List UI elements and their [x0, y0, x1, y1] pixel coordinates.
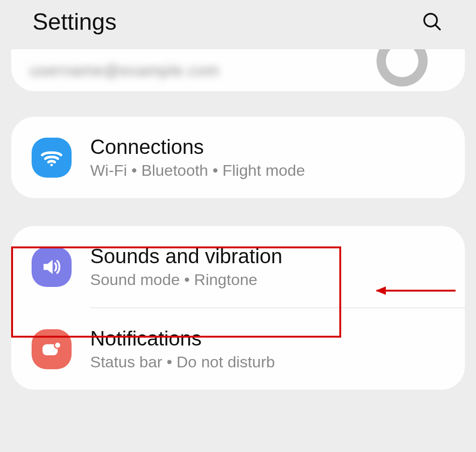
- wifi-icon: [32, 138, 72, 178]
- settings-content: username@example.com Connections Wi-Fi •…: [0, 49, 476, 390]
- sounds-title: Sounds and vibration: [90, 245, 282, 268]
- settings-item-notifications[interactable]: Notifications Status bar • Do not distur…: [11, 308, 465, 390]
- search-icon: [422, 12, 443, 32]
- svg-point-2: [50, 164, 53, 166]
- notifications-text: Notifications Status bar • Do not distur…: [90, 327, 275, 371]
- connections-subtitle: Wi-Fi • Bluetooth • Flight mode: [90, 161, 305, 179]
- sounds-notifications-card: Sounds and vibration Sound mode • Ringto…: [11, 226, 465, 390]
- annotation-arrow-icon: [377, 290, 456, 292]
- page-title: Settings: [33, 8, 117, 35]
- sounds-text: Sounds and vibration Sound mode • Ringto…: [90, 245, 282, 289]
- sounds-subtitle: Sound mode • Ringtone: [90, 271, 282, 289]
- notifications-subtitle: Status bar • Do not disturb: [90, 353, 275, 371]
- settings-header: Settings: [0, 0, 476, 49]
- connections-card: Connections Wi-Fi • Bluetooth • Flight m…: [11, 117, 465, 198]
- notification-icon: [32, 329, 72, 369]
- search-button[interactable]: [421, 11, 443, 33]
- settings-item-connections[interactable]: Connections Wi-Fi • Bluetooth • Flight m…: [11, 117, 465, 198]
- account-card[interactable]: username@example.com: [11, 49, 465, 91]
- svg-line-1: [435, 25, 440, 29]
- speaker-icon: [32, 247, 72, 287]
- connections-title: Connections: [90, 135, 305, 159]
- svg-point-4: [54, 342, 61, 348]
- connections-text: Connections Wi-Fi • Bluetooth • Flight m…: [90, 135, 305, 179]
- loading-spinner-icon: [377, 49, 428, 86]
- settings-item-sounds[interactable]: Sounds and vibration Sound mode • Ringto…: [11, 226, 465, 307]
- notifications-title: Notifications: [90, 327, 275, 350]
